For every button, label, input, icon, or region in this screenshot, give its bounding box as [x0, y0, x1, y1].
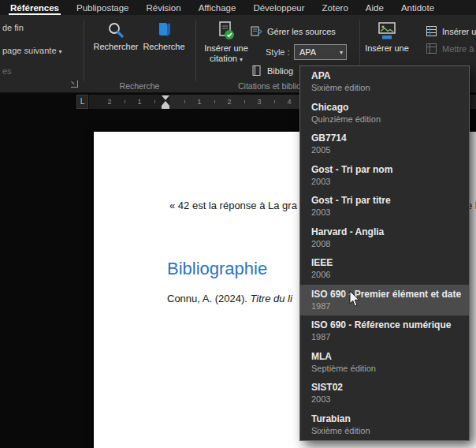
tab-antidote[interactable]: Antidote	[392, 0, 443, 15]
style-option-turabian[interactable]: Turabian Sixième édition	[300, 409, 469, 441]
style-combobox[interactable]: APA ▾	[294, 44, 347, 60]
mouse-cursor	[349, 290, 361, 308]
citation-document-icon	[216, 21, 236, 41]
tab-developpeur[interactable]: Développeur	[244, 0, 313, 15]
style-option-chicago[interactable]: Chicago Quinzième édition	[300, 98, 469, 129]
insert-citation-label-1: Insérer une	[204, 43, 248, 53]
word-window: Références Publipostage Révision Afficha…	[0, 0, 476, 448]
bibliography-label: Bibliog	[267, 66, 293, 76]
document-quote-paragraph[interactable]: « 42 est la réponse à La gra	[169, 200, 297, 211]
bibliography-reference-line[interactable]: Connu, A. (2024). Titre du li	[167, 293, 292, 304]
footnote-endnote-partial-button[interactable]: de fin	[2, 23, 24, 32]
tab-references[interactable]: Références	[2, 0, 68, 15]
researcher-label: Recherche	[143, 42, 184, 51]
ruler-tick	[125, 100, 125, 103]
ruler-number: 1	[136, 98, 143, 106]
manage-sources-icon	[251, 25, 262, 37]
style-dropdown-menu: APA Sixième édition Chicago Quinzième éd…	[299, 65, 470, 441]
reference-title: Titre du li	[251, 293, 292, 304]
tab-aide[interactable]: Aide	[357, 0, 392, 15]
ruler-tick	[214, 100, 215, 103]
insert-caption-button[interactable]: Insérer une	[364, 21, 410, 54]
dialog-launcher-icon[interactable]	[71, 80, 78, 88]
manage-sources-label: Gérer les sources	[267, 27, 336, 36]
ruler-tick	[184, 100, 185, 103]
style-option-gost-titre[interactable]: Gost - Tri par titre 2003	[300, 191, 469, 222]
tab-revision[interactable]: Révision	[138, 0, 190, 15]
style-option-harvard[interactable]: Harvard - Anglia 2008	[300, 222, 469, 254]
tab-affichage[interactable]: Affichage	[190, 0, 245, 15]
insert-caption-label: Insérer une	[365, 43, 409, 53]
smart-lookup-label: Rechercher	[94, 42, 139, 51]
show-notes-partial-button: es	[2, 66, 12, 76]
tab-publipostage[interactable]: Publipostage	[68, 0, 138, 15]
style-option-mla[interactable]: MLA Septième édition	[300, 347, 469, 379]
update-table-button: Mettre à jo	[426, 43, 476, 54]
bibliography-button[interactable]: Bibliog	[251, 65, 293, 77]
style-option-apa[interactable]: APA Sixième édition	[300, 66, 469, 98]
ruler-tick	[244, 100, 245, 103]
ruler-number: 3	[255, 98, 263, 106]
researcher-button[interactable]: Recherche	[141, 21, 187, 52]
search-group-label: Recherche	[84, 81, 195, 91]
ruler-tick	[274, 100, 275, 103]
chevron-down-icon: ▾	[59, 48, 62, 55]
style-combobox-value: APA	[299, 47, 316, 57]
chevron-down-icon: ▾	[240, 56, 243, 63]
reference-author: Connu, A. (2024).	[167, 293, 251, 304]
tab-zotero[interactable]: Zotero	[314, 0, 357, 15]
insert-citation-button[interactable]: Insérer une citation▾	[202, 21, 251, 65]
citations-group-label: Citations et biblio	[238, 81, 301, 91]
ruler-number: 2	[106, 98, 113, 106]
insert-citation-label-2: citation	[210, 54, 237, 63]
next-footnote-partial-button[interactable]: page suivante▾	[2, 46, 62, 55]
chevron-down-icon: ▾	[340, 49, 343, 56]
style-option-sist02[interactable]: SIST02 2003	[300, 378, 469, 409]
style-label: Style :	[266, 47, 290, 57]
insert-table-of-figures-button[interactable]: Insérer une	[426, 25, 476, 37]
ruler-number: 2	[225, 98, 233, 106]
update-table-label: Mettre à jo	[442, 44, 476, 54]
bibliography-heading[interactable]: Bibliographie	[167, 259, 267, 279]
style-option-iso690-numerique[interactable]: ISO 690 - Référence numérique 1987	[300, 315, 469, 347]
ruler-number: 1	[195, 98, 203, 106]
ribbon-tab-bar: Références Publipostage Révision Afficha…	[0, 0, 476, 15]
table-of-figures-icon	[426, 25, 437, 37]
search-icon	[106, 21, 125, 39]
first-line-indent-marker[interactable]	[162, 95, 169, 100]
bibliography-book-icon	[251, 65, 262, 77]
style-option-gb7714[interactable]: GB7714 2005	[300, 129, 469, 160]
group-separator	[195, 20, 196, 81]
group-separator	[84, 20, 84, 81]
ruler-number: 4	[285, 98, 293, 106]
insert-table-of-figures-label: Insérer une	[442, 27, 476, 36]
caption-image-icon	[377, 21, 397, 41]
update-table-icon	[426, 43, 437, 54]
style-option-iso690-date[interactable]: ISO 690 - Premier élément et date 1987	[300, 285, 469, 316]
tab-stop-selector[interactable]: L	[76, 95, 88, 109]
style-option-gost-nom[interactable]: Gost - Tri par nom 2003	[300, 160, 469, 192]
style-option-ieee[interactable]: IEEE 2006	[300, 253, 469, 285]
ruler-tick	[154, 100, 155, 103]
book-icon	[154, 21, 173, 39]
manage-sources-button[interactable]: Gérer les sources	[251, 25, 336, 37]
smart-lookup-button[interactable]: Rechercher	[93, 21, 139, 52]
